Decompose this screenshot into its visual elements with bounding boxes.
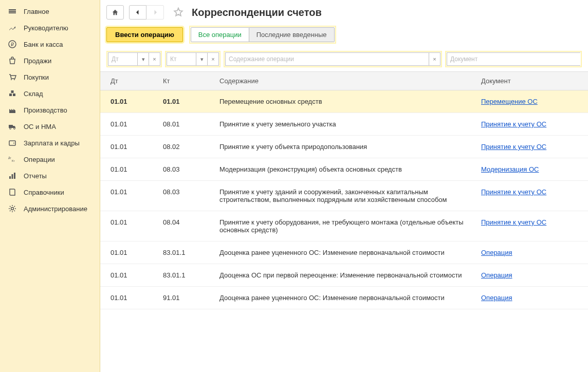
view-toggle: Все операции Последние введенные — [189, 26, 336, 44]
svg-rect-15 — [14, 173, 15, 179]
sidebar-item-label: Администрирование — [24, 205, 87, 213]
doc-link[interactable]: Перемещение ОС — [481, 98, 538, 105]
cell-doc: Операция — [475, 241, 588, 264]
cell-dt: 01.01 — [100, 90, 157, 113]
cell-doc: Перемещение ОС — [475, 90, 588, 113]
nav-back-button[interactable] — [129, 5, 146, 20]
cell-content: Принятие к учету земельного участка — [213, 113, 475, 136]
doc-link[interactable]: Принятие к учету ОС — [481, 188, 546, 196]
th-doc[interactable]: Документ — [475, 72, 588, 90]
svg-text:₽: ₽ — [11, 42, 14, 47]
doc-link[interactable]: Операция — [481, 249, 512, 256]
cell-kt: 08.04 — [157, 211, 213, 241]
filter-kt-dropdown[interactable]: ▾ — [196, 52, 208, 66]
table-body: 01.0101.01Перемещение основных средствПе… — [100, 90, 588, 309]
doc-link[interactable]: Операция — [481, 271, 512, 279]
nav-forward-button[interactable] — [146, 5, 164, 20]
table-row[interactable]: 01.0191.01Дооценка ранее уцененного ОС: … — [100, 287, 588, 309]
cell-doc: Операция — [475, 287, 588, 309]
table-row[interactable]: 01.0101.01Перемещение основных средствПе… — [100, 90, 588, 113]
th-content[interactable]: Содержание — [213, 72, 475, 90]
dtkt-icon: ДтКт — [7, 155, 17, 163]
filter-dt-input[interactable] — [108, 52, 138, 66]
svg-point-3 — [14, 79, 15, 80]
table-row[interactable]: 01.0108.03Модернизация (реконструкция) о… — [100, 158, 588, 181]
cell-content: Дооценка ранее уцененного ОС: Изменение … — [213, 287, 475, 309]
chart-icon — [7, 172, 17, 180]
svg-rect-6 — [11, 90, 14, 93]
table-row[interactable]: 01.0108.03Принятие к учету зданий и соор… — [100, 181, 588, 211]
filter-kt-input[interactable] — [167, 52, 196, 66]
sidebar-item-gear[interactable]: Администрирование — [0, 200, 100, 217]
cell-kt: 08.01 — [157, 113, 213, 136]
bag-icon — [7, 57, 17, 65]
sidebar-item-dtkt[interactable]: ДтКтОперации — [0, 151, 100, 168]
main: Корреспонденции счетов Ввести операцию В… — [100, 0, 588, 372]
cell-content: Перемещение основных средств — [213, 90, 475, 113]
cart-icon — [7, 73, 17, 81]
table-row[interactable]: 01.0108.01Принятие к учету земельного уч… — [100, 113, 588, 136]
doc-link[interactable]: Модернизация ОС — [481, 165, 539, 173]
toggle-all-operations[interactable]: Все операции — [191, 27, 249, 42]
sidebar-item-chart[interactable]: Отчеты — [0, 168, 100, 184]
sidebar-item-boxes[interactable]: Склад — [0, 85, 100, 102]
sidebar-item-book[interactable]: Справочники — [0, 184, 100, 200]
sidebar-item-menu[interactable]: Главное — [0, 3, 100, 20]
enter-operation-button[interactable]: Ввести операцию — [106, 27, 183, 42]
filter-dt-dropdown[interactable]: ▾ — [138, 52, 149, 66]
th-kt[interactable]: Кт — [157, 72, 213, 90]
doc-link[interactable]: Принятие к учету ОС — [481, 218, 546, 226]
sidebar-item-trend[interactable]: Руководителю — [0, 20, 100, 36]
cell-kt: 01.01 — [157, 90, 213, 113]
table-row[interactable]: 01.0108.04Принятие к учету оборудования,… — [100, 211, 588, 241]
svg-rect-5 — [13, 94, 15, 96]
filter-doc-input[interactable] — [447, 52, 580, 66]
cell-doc: Принятие к учету ОС — [475, 113, 588, 136]
th-dt[interactable]: Дт — [100, 72, 157, 90]
cell-content: Модернизация (реконструкция) объекта осн… — [213, 158, 475, 181]
accounts-table: Дт Кт Содержание Документ 01.0101.01Пере… — [100, 72, 588, 309]
sidebar-item-label: Склад — [24, 90, 43, 98]
table-row[interactable]: 01.0108.02Принятие к учету объекта приро… — [100, 136, 588, 158]
table-row[interactable]: 01.0183.01.1Дооценка ранее уцененного ОС… — [100, 241, 588, 264]
home-button[interactable] — [106, 5, 124, 20]
doc-link[interactable]: Принятие к учету ОС — [481, 120, 546, 128]
table-row[interactable]: 01.0183.01.1Дооценка ОС при первой перео… — [100, 264, 588, 287]
sidebar-item-label: Отчеты — [24, 172, 47, 180]
svg-text:Кт: Кт — [12, 159, 15, 162]
filter-content-input[interactable] — [225, 52, 429, 66]
cell-kt: 08.03 — [157, 158, 213, 181]
sidebar-item-factory[interactable]: Производство — [0, 102, 100, 118]
filter-kt-clear[interactable]: × — [208, 52, 219, 66]
wallet-icon — [7, 139, 17, 147]
sidebar-item-cart[interactable]: Покупки — [0, 69, 100, 85]
cell-doc: Операция — [475, 264, 588, 287]
svg-rect-14 — [12, 174, 13, 179]
sidebar-item-truck[interactable]: ОС и НМА — [0, 118, 100, 135]
cell-content: Принятие к учету зданий и сооружений, за… — [213, 181, 475, 211]
toolbar: Ввести операцию Все операции Последние в… — [100, 24, 588, 49]
cell-kt: 83.01.1 — [157, 264, 213, 287]
book-icon — [7, 188, 17, 196]
toggle-recent-operations[interactable]: Последние введенные — [249, 27, 335, 42]
table-wrap[interactable]: Дт Кт Содержание Документ 01.0101.01Пере… — [100, 72, 588, 372]
sidebar-item-ruble[interactable]: ₽Банк и касса — [0, 36, 100, 52]
page-title: Корреспонденции счетов — [192, 7, 322, 18]
svg-point-16 — [11, 208, 14, 210]
titlebar: Корреспонденции счетов — [100, 0, 588, 24]
svg-point-8 — [14, 128, 15, 129]
cell-kt: 08.03 — [157, 181, 213, 211]
sidebar-item-label: Операции — [24, 156, 55, 163]
filter-dt-clear[interactable]: × — [149, 52, 160, 66]
sidebar-item-label: Руководителю — [24, 24, 68, 32]
favorite-star-icon[interactable] — [171, 5, 186, 20]
sidebar-item-label: Банк и касса — [24, 41, 63, 48]
doc-link[interactable]: Операция — [481, 294, 512, 302]
cell-kt: 91.01 — [157, 287, 213, 309]
doc-link[interactable]: Принятие к учету ОС — [481, 143, 546, 151]
svg-text:Дт: Дт — [8, 156, 12, 159]
sidebar-item-label: Продажи — [24, 57, 51, 65]
sidebar-item-bag[interactable]: Продажи — [0, 52, 100, 69]
filter-content-clear[interactable]: × — [429, 52, 440, 66]
sidebar-item-wallet[interactable]: Зарплата и кадры — [0, 135, 100, 151]
